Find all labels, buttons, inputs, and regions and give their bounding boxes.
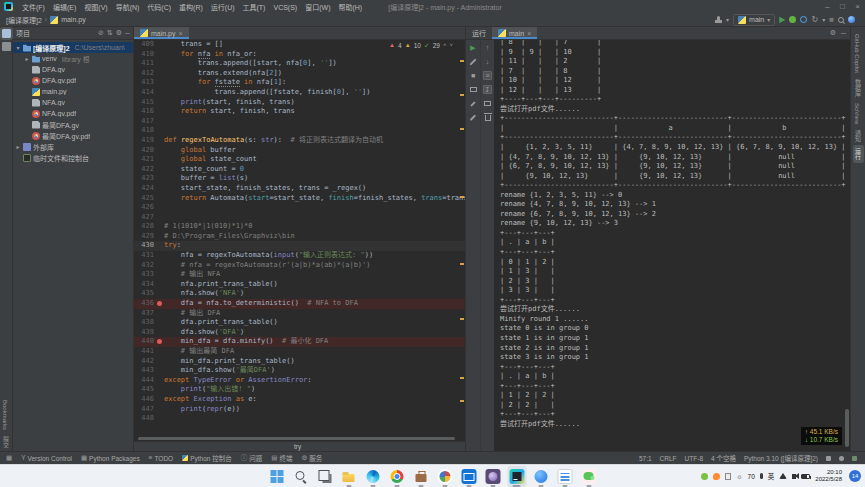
inject-icon[interactable] bbox=[469, 113, 478, 122]
tree-item[interactable]: NFA.gv bbox=[13, 97, 133, 108]
line-number[interactable]: 441 bbox=[134, 347, 156, 357]
brightness-icon[interactable]: ☼ bbox=[736, 471, 742, 481]
gutter-space[interactable] bbox=[156, 251, 164, 261]
menu-item[interactable]: 帮助(H) bbox=[334, 4, 366, 11]
close-tab-icon[interactable]: × bbox=[527, 30, 531, 37]
tree-item[interactable]: 临时文件和控制台 bbox=[13, 152, 133, 163]
rerun-button[interactable]: ▶ bbox=[469, 43, 478, 52]
tree-item[interactable]: NFA.gv.pdf bbox=[13, 108, 133, 119]
soft-wrap-icon[interactable]: ≡ bbox=[483, 71, 492, 80]
line-number[interactable]: 418 bbox=[134, 126, 156, 136]
menu-item[interactable]: VCS(S) bbox=[269, 4, 301, 11]
attach-plug-icon[interactable] bbox=[469, 99, 478, 108]
settings-gear-icon[interactable]: ⚙ bbox=[830, 29, 836, 37]
tree-toggle-icon[interactable]: ▾ bbox=[15, 44, 21, 51]
menu-item[interactable]: 代码(C) bbox=[143, 4, 175, 11]
status-item-TODO[interactable]: ≡TODO bbox=[149, 455, 173, 462]
gutter-space[interactable] bbox=[156, 328, 164, 338]
gutter-space[interactable] bbox=[156, 270, 164, 280]
tree-item[interactable]: ▸venvlibrary 根 bbox=[13, 53, 133, 64]
gutter-space[interactable] bbox=[156, 40, 164, 50]
line-number[interactable]: 434 bbox=[134, 280, 156, 290]
status-widget[interactable]: UTF-8 bbox=[685, 455, 703, 462]
menu-item[interactable]: 文件(F) bbox=[18, 4, 49, 11]
menu-item[interactable]: 工具(T) bbox=[239, 4, 270, 11]
tree-toggle-icon[interactable]: ▸ bbox=[24, 55, 30, 62]
line-number[interactable]: 421 bbox=[134, 155, 156, 165]
gutter-space[interactable] bbox=[156, 126, 164, 136]
status-widget[interactable]: 57:1 bbox=[639, 455, 652, 462]
task-view-button[interactable] bbox=[315, 466, 334, 487]
tool-window-button-通知[interactable]: 通知 bbox=[853, 127, 864, 145]
menu-item[interactable]: 编辑(E) bbox=[49, 4, 80, 11]
status-item-服务[interactable]: ⚙服务 bbox=[301, 453, 322, 463]
down-stack-icon[interactable]: ↓ bbox=[483, 57, 492, 66]
gutter-space[interactable] bbox=[156, 222, 164, 232]
line-number[interactable]: 439 bbox=[134, 328, 156, 338]
gutter-space[interactable] bbox=[156, 184, 164, 194]
hide-panel-icon[interactable]: ─ bbox=[125, 30, 130, 37]
output-scrollbar[interactable] bbox=[845, 409, 849, 447]
gutter-space[interactable] bbox=[156, 136, 164, 146]
tree-item[interactable]: 最简DFA.gv bbox=[13, 119, 133, 130]
breakpoint-dot[interactable] bbox=[156, 299, 164, 309]
gutter-space[interactable] bbox=[156, 232, 164, 242]
gutter-space[interactable] bbox=[156, 59, 164, 69]
tray-number[interactable]: 70 bbox=[748, 471, 755, 481]
tool-window-button-提交[interactable]: 提交 bbox=[1, 433, 12, 451]
editor-breadcrumb[interactable]: try bbox=[134, 441, 465, 451]
inspections-widget[interactable]: ▲ 4 ▲ 10 ✓ 29 ˄ ˅ bbox=[387, 41, 455, 51]
scroll-to-end-icon[interactable]: ↧ bbox=[483, 85, 492, 94]
volume-icon[interactable] bbox=[792, 471, 796, 481]
gutter-space[interactable] bbox=[156, 414, 164, 424]
gutter-space[interactable] bbox=[156, 194, 164, 204]
gutter-space[interactable] bbox=[156, 165, 164, 175]
tool-windows-switcher-icon[interactable]: ▦ bbox=[6, 455, 12, 462]
tree-item[interactable]: 最简DFA.gv.pdf bbox=[13, 130, 133, 141]
tree-item[interactable]: ▸外部库 bbox=[13, 141, 133, 152]
breadcrumb-file[interactable]: main.py bbox=[61, 16, 86, 23]
user-account-icon[interactable] bbox=[715, 16, 722, 23]
gutter-space[interactable] bbox=[156, 347, 164, 357]
gutter-space[interactable] bbox=[156, 289, 164, 299]
gutter-space[interactable] bbox=[156, 395, 164, 405]
gutter-space[interactable] bbox=[156, 174, 164, 184]
line-number[interactable]: 445 bbox=[134, 385, 156, 395]
wifi-icon[interactable] bbox=[779, 471, 787, 481]
line-number[interactable]: 410 bbox=[134, 50, 156, 60]
tool-window-button-bookmarks[interactable]: Bookmarks bbox=[1, 397, 9, 433]
chevron-down-icon[interactable]: ▾ bbox=[822, 16, 825, 23]
mail-app[interactable] bbox=[459, 466, 478, 487]
stop-button[interactable]: ■ bbox=[829, 16, 834, 24]
blue-circle-app[interactable] bbox=[531, 466, 550, 487]
line-number[interactable]: 435 bbox=[134, 289, 156, 299]
debug-button[interactable] bbox=[789, 16, 796, 23]
gutter-space[interactable] bbox=[156, 405, 164, 415]
gutter-space[interactable] bbox=[156, 146, 164, 156]
search-button[interactable] bbox=[291, 466, 310, 487]
line-number[interactable]: 423 bbox=[134, 174, 156, 184]
stop-button[interactable]: ■ bbox=[469, 71, 478, 80]
line-number[interactable]: 427 bbox=[134, 213, 156, 223]
breadcrumb-project[interactable]: [编译原理]2 bbox=[6, 15, 42, 25]
gutter-space[interactable] bbox=[156, 280, 164, 290]
line-number[interactable]: 444 bbox=[134, 376, 156, 386]
tool-window-button-运行[interactable]: 运行 bbox=[853, 145, 864, 163]
run-button[interactable]: ▶ bbox=[779, 16, 785, 24]
project-tool-window-button[interactable] bbox=[2, 29, 11, 38]
coverage-button[interactable]: ↻ bbox=[811, 15, 818, 24]
battery-icon[interactable] bbox=[801, 471, 810, 481]
menu-item[interactable]: 视图(V) bbox=[80, 4, 111, 11]
wrench-icon[interactable] bbox=[469, 57, 478, 66]
editor-horizontal-scrollbar[interactable] bbox=[134, 436, 465, 441]
gutter-space[interactable] bbox=[156, 213, 164, 223]
tool-window-button-SciView[interactable]: SciView bbox=[853, 100, 861, 127]
gutter-space[interactable] bbox=[156, 50, 164, 60]
briefcase-app[interactable] bbox=[411, 466, 430, 487]
status-widget[interactable]: Python 3.10 ([编译原理]2) bbox=[744, 453, 818, 463]
gutter-space[interactable] bbox=[156, 88, 164, 98]
up-stack-icon[interactable]: ↑ bbox=[483, 43, 492, 52]
settings-sync-icon[interactable] bbox=[848, 16, 855, 23]
line-number[interactable]: 429 bbox=[134, 232, 156, 242]
status-item-Version Control[interactable]: YVersion Control bbox=[21, 455, 72, 462]
